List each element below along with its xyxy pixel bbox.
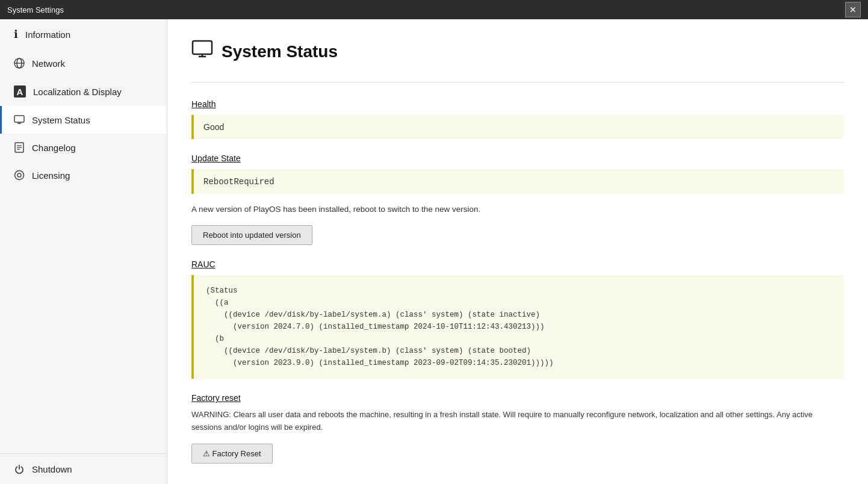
update-state-status-block: RebootRequired [191,169,844,194]
update-state-section: Update State RebootRequired A new versio… [191,154,844,245]
reboot-updated-version-button[interactable]: Reboot into updated version [191,225,312,245]
page-title: System Status [222,42,338,61]
sidebar-label-changelog: Changelog [32,143,76,153]
factory-reset-button[interactable]: ⚠ Factory Reset [191,444,273,464]
content-area: System Status Health Good Update State R… [167,19,868,484]
factory-reset-section: Factory reset WARNING: Clears all user d… [191,393,844,464]
rauc-section: RAUC (Status ((a ((device /dev/disk/by-l… [191,259,844,379]
network-icon [14,58,25,69]
factory-reset-warning-text: WARNING: Clears all user data and reboot… [191,409,844,434]
update-state-value: RebootRequired [203,177,274,187]
sidebar-item-shutdown[interactable]: Shutdown [0,454,167,484]
sidebar-item-network[interactable]: Network [0,49,167,77]
titlebar: System Settings ✕ [0,0,868,19]
sidebar-item-system-status[interactable]: System Status [0,106,167,134]
page-divider [191,82,844,82]
health-value: Good [203,122,224,132]
rauc-code-block: (Status ((a ((device /dev/disk/by-label/… [191,275,844,379]
update-state-label: Update State [191,154,844,163]
page-title-row: System Status [191,39,844,65]
svg-rect-12 [193,41,212,54]
sidebar-label-information: Information [25,29,70,40]
health-label: Health [191,99,844,109]
health-status-block: Good [191,115,844,139]
changelog-icon [14,142,25,153]
rauc-label: RAUC [191,259,844,269]
svg-rect-3 [14,116,24,122]
main-layout: ℹ Information Network A Localization & D… [0,19,868,484]
sidebar-nav: ℹ Information Network A Localization & D… [0,19,167,453]
svg-point-11 [17,173,21,177]
sidebar-item-changelog[interactable]: Changelog [0,134,167,161]
sidebar-label-network: Network [32,58,65,69]
sidebar-label-localization: Localization & Display [33,87,122,97]
health-section: Health Good [191,99,844,139]
licensing-icon [14,170,25,181]
sidebar-label-shutdown: Shutdown [32,464,72,474]
sidebar-item-licensing[interactable]: Licensing [0,161,167,189]
sidebar-item-information[interactable]: ℹ Information [0,19,167,49]
sidebar-bottom: Shutdown [0,453,167,484]
svg-point-10 [15,171,24,180]
sidebar-item-localization[interactable]: A Localization & Display [0,77,167,106]
shutdown-icon [14,464,25,474]
titlebar-title: System Settings [7,5,64,14]
page-title-icon [191,39,213,65]
sidebar: ℹ Information Network A Localization & D… [0,19,167,484]
localization-icon: A [14,85,26,98]
info-icon: ℹ [14,28,18,41]
sidebar-label-licensing: Licensing [32,170,70,181]
system-status-icon [14,114,25,125]
factory-reset-label: Factory reset [191,393,844,403]
update-state-info-text: A new version of PlayOS has been install… [191,203,844,216]
close-button[interactable]: ✕ [845,2,861,17]
sidebar-label-system-status: System Status [32,115,90,125]
